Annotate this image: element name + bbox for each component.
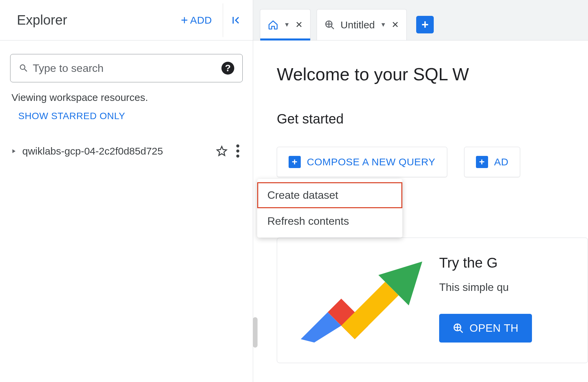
tab-bar: ▼ ✕ Untitled ▼ ✕ + (253, 0, 588, 40)
close-icon[interactable]: ✕ (392, 20, 399, 30)
project-context-menu: Create dataset Refresh contents (257, 179, 402, 238)
get-started-heading: Get started (277, 111, 588, 127)
card-subtitle: This simple qu (439, 281, 567, 294)
project-row[interactable]: qwiklabs-gcp-04-2c2f0d85d725 (10, 140, 243, 162)
collapse-left-icon (229, 13, 243, 27)
search-field[interactable]: ? (10, 54, 243, 82)
search-icon (19, 63, 29, 73)
tab-untitled-query[interactable]: Untitled ▼ ✕ (317, 9, 407, 40)
card-title: Try the G (439, 255, 567, 271)
add-button[interactable]: + ADD (176, 11, 217, 29)
divider (223, 3, 223, 37)
new-tab-button[interactable]: + (416, 16, 434, 33)
scrollbar-thumb[interactable] (253, 317, 258, 348)
collapse-sidebar-button[interactable] (229, 13, 243, 27)
expand-caret-icon[interactable] (10, 148, 17, 155)
query-search-icon (453, 323, 464, 334)
help-icon[interactable]: ? (221, 62, 234, 75)
resource-tree: qwiklabs-gcp-04-2c2f0d85d725 (10, 140, 243, 162)
add-button-label: ADD (190, 15, 212, 26)
query-icon (324, 20, 335, 30)
menu-item-create-dataset[interactable]: Create dataset (257, 182, 402, 208)
tab-label: Untitled (341, 19, 375, 31)
show-starred-only-link[interactable]: SHOW STARRED ONLY (18, 111, 125, 121)
more-actions-button[interactable] (233, 142, 243, 160)
project-id-label: qwiklabs-gcp-04-2c2f0d85d725 (22, 145, 211, 157)
plus-box-icon: + (476, 156, 488, 168)
compose-query-label: COMPOSE A NEW QUERY (307, 156, 435, 168)
menu-item-refresh-contents[interactable]: Refresh contents (257, 208, 402, 234)
explorer-body: ? Viewing workspace resources. SHOW STAR… (0, 40, 253, 162)
sample-card: Try the G This simple qu OPEN TH (277, 238, 588, 363)
chevron-down-icon[interactable]: ▼ (284, 21, 290, 28)
add-data-button[interactable]: + AD (464, 147, 520, 177)
trends-arrow-icon (297, 255, 426, 343)
star-button[interactable] (216, 145, 228, 157)
viewing-resources-text: Viewing workspace resources. (11, 92, 243, 103)
welcome-heading: Welcome to your SQL W (277, 64, 588, 84)
home-icon (268, 20, 278, 30)
app-root: Explorer + ADD ? Viewing workspace resou… (0, 0, 588, 382)
explorer-panel: Explorer + ADD ? Viewing workspace resou… (0, 0, 253, 382)
open-query-button[interactable]: OPEN TH (439, 314, 532, 343)
open-button-label: OPEN TH (470, 322, 518, 334)
compose-query-button[interactable]: + COMPOSE A NEW QUERY (277, 147, 447, 177)
action-row: + COMPOSE A NEW QUERY + AD (277, 147, 588, 177)
chevron-down-icon[interactable]: ▼ (380, 21, 386, 28)
close-icon[interactable]: ✕ (295, 20, 303, 30)
card-text: Try the G This simple qu OPEN TH (439, 255, 567, 343)
star-outline-icon (216, 145, 228, 157)
plus-box-icon: + (289, 156, 301, 168)
search-input[interactable] (33, 62, 221, 75)
plus-icon: + (181, 14, 188, 26)
explorer-title: Explorer (17, 12, 176, 28)
add-data-label: AD (494, 156, 509, 168)
card-illustration (297, 255, 439, 343)
tab-home[interactable]: ▼ ✕ (260, 9, 311, 40)
explorer-header: Explorer + ADD (0, 0, 253, 40)
